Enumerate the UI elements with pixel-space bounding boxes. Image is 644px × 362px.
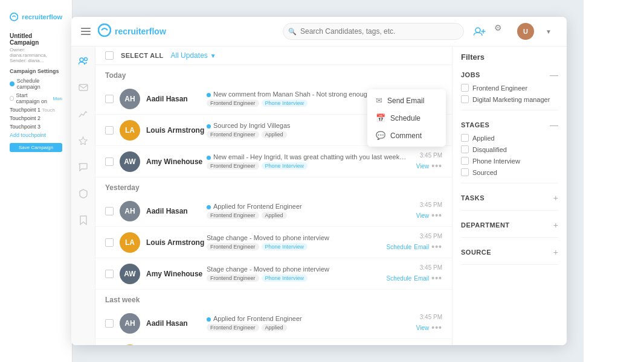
filter-checkbox[interactable] xyxy=(461,145,469,153)
sidebar-icon-people[interactable] xyxy=(75,52,92,69)
feed-item-more-button[interactable]: ••• xyxy=(431,211,442,220)
feed-item-time: 3:45 PM xyxy=(420,314,442,320)
feed-item-name[interactable]: Louis Armstrong xyxy=(146,126,207,135)
search-input[interactable] xyxy=(283,23,464,40)
filter-collapse-icon[interactable]: — xyxy=(550,70,558,80)
feed-item-more-button[interactable]: ••• xyxy=(431,323,442,332)
feed-item-time: 3:45 PM xyxy=(420,233,442,240)
feed-item-right: 3:45 PMScheduleEmail••• xyxy=(387,264,442,283)
feed-item-name[interactable]: Louis Armstrong xyxy=(146,238,207,247)
filter-divider xyxy=(461,264,558,265)
feed-item-avatar: LA xyxy=(120,120,140,141)
filter-item[interactable]: Applied xyxy=(461,132,558,144)
filter-expand-icon[interactable]: + xyxy=(553,247,558,257)
section-label-today: Today xyxy=(95,65,452,83)
settings-icon[interactable]: ⚙ xyxy=(494,23,511,40)
feed-item-checkbox[interactable] xyxy=(105,319,114,328)
sidebar-icon-analytics[interactable] xyxy=(75,106,92,122)
feed-tag: Frontend Engineer xyxy=(207,100,259,107)
context-menu: ✉Send Email📅Schedule💬Comment xyxy=(367,89,446,147)
filter-checkbox[interactable] xyxy=(461,134,469,142)
feed-item-more-button[interactable]: ••• xyxy=(431,273,442,283)
feed-item-avatar: LA xyxy=(120,232,140,253)
context-menu-item-schedule[interactable]: 📅Schedule xyxy=(367,109,446,127)
filter-item[interactable]: Frontend Engineer xyxy=(461,82,558,94)
feed-item-name[interactable]: Amy Winehouse xyxy=(146,270,207,278)
add-candidate-icon[interactable] xyxy=(471,23,488,40)
feed-item-checkbox[interactable] xyxy=(105,126,114,135)
feed-item-name[interactable]: Amy Winehouse xyxy=(146,157,207,166)
feed-item-right: 3:45 PMView••• xyxy=(416,314,442,332)
feed-action-view-button[interactable]: View xyxy=(416,325,430,331)
filters-container: JOBS—Frontend EngineerDigital Marketing … xyxy=(461,68,558,265)
feed-item: LALouis ArmstrongStage change - Moved to… xyxy=(95,227,452,258)
feed-item-checkbox[interactable] xyxy=(105,207,114,215)
feed-item-name[interactable]: Aadil Hasan xyxy=(146,319,207,328)
feed-tag: Frontend Engineer xyxy=(207,131,259,138)
feed-action-view-button[interactable]: View xyxy=(416,212,430,219)
card-header: recruiterflow 🔍 ⚙ U ▼ xyxy=(71,17,567,46)
filter-item[interactable]: Disqualified xyxy=(461,144,558,155)
filter-section-header-department[interactable]: DEPARTMENT+ xyxy=(461,218,558,232)
hamburger-icon[interactable] xyxy=(81,28,91,35)
filters-title: Filters xyxy=(461,52,558,62)
user-avatar[interactable]: U xyxy=(517,23,534,40)
send-email-icon: ✉ xyxy=(376,96,382,105)
select-all-label[interactable]: SELECT ALL xyxy=(121,52,163,59)
feed-item: AWAmy WinehouseStage change - Moved to p… xyxy=(95,258,452,290)
dropdown-chevron-icon[interactable]: ▼ xyxy=(540,23,557,40)
filter-label: Frontend Engineer xyxy=(472,84,527,92)
feed-tag: Phone Interview xyxy=(262,243,308,250)
sidebar-icon-email[interactable] xyxy=(75,79,92,96)
feed-item-checkbox[interactable] xyxy=(105,238,114,247)
bg-campaign-sub: Owner: diana.rammanca, Sender: diana... xyxy=(6,47,66,63)
feed-item-more-button[interactable]: ••• xyxy=(431,242,442,252)
feed-item-actions: View••• xyxy=(416,323,442,332)
feed-action-view-button[interactable]: View xyxy=(416,163,430,170)
sidebar-icon-star[interactable] xyxy=(75,132,92,149)
filter-section-header-source[interactable]: SOURCE+ xyxy=(461,245,558,259)
sidebar-icon-bookmark[interactable] xyxy=(75,212,92,229)
context-menu-item-comment[interactable]: 💬Comment xyxy=(367,127,446,144)
filter-label: Sourced xyxy=(472,169,497,176)
chevron-down-icon: ▼ xyxy=(210,52,216,59)
feed-info-col: Stage change - Moved to phone interviewF… xyxy=(207,265,382,282)
comment-icon: 💬 xyxy=(376,131,385,140)
filter-expand-icon[interactable]: + xyxy=(553,220,558,230)
filter-collapse-icon[interactable]: — xyxy=(550,120,558,130)
filter-checkbox[interactable] xyxy=(461,157,469,165)
filter-checkbox[interactable] xyxy=(461,168,469,176)
feed-item-right: 3:45 PMView••• xyxy=(416,152,442,171)
filter-section-stages: STAGES—AppliedDisqualifiedPhone Intervie… xyxy=(461,118,558,183)
filter-item[interactable]: Phone Interview xyxy=(461,155,558,167)
context-menu-item-send-email[interactable]: ✉Send Email xyxy=(367,92,446,109)
select-all-checkbox[interactable] xyxy=(105,51,114,60)
feed-item-name[interactable]: Aadil Hasan xyxy=(146,95,207,103)
feed-action-schedule-button[interactable]: Schedule xyxy=(387,244,412,250)
card-sidebar xyxy=(71,46,95,345)
sidebar-icon-chat[interactable] xyxy=(75,159,92,176)
sidebar-icon-shield[interactable] xyxy=(75,185,92,202)
feed-item-tags: Frontend EngineerPhone Interview xyxy=(207,243,382,250)
feed-action-email-button[interactable]: Email xyxy=(414,275,429,282)
feed-item-checkbox[interactable] xyxy=(105,157,114,166)
feed-item-checkbox[interactable] xyxy=(105,270,114,278)
all-updates-button[interactable]: All Updates ▼ xyxy=(170,51,216,60)
feed-item-checkbox[interactable] xyxy=(105,95,114,103)
filter-item[interactable]: Digital Marketing manager xyxy=(461,94,558,105)
filter-section-header-stages[interactable]: STAGES— xyxy=(461,118,558,132)
filter-checkbox[interactable] xyxy=(461,95,469,103)
filter-section-header-jobs[interactable]: JOBS— xyxy=(461,68,558,82)
svg-point-4 xyxy=(84,58,87,61)
filter-label: Phone Interview xyxy=(472,157,520,165)
feed-item-more-button[interactable]: ••• xyxy=(431,161,442,171)
feed-item-name[interactable]: Aadil Hasan xyxy=(146,207,207,215)
context-menu-item-label: Schedule xyxy=(390,114,420,122)
filter-checkbox[interactable] xyxy=(461,84,469,92)
feed-action-schedule-button[interactable]: Schedule xyxy=(387,275,412,282)
filter-section-source: SOURCE+ xyxy=(461,245,558,265)
filter-item[interactable]: Sourced xyxy=(461,167,558,178)
filter-section-header-tasks[interactable]: TASKS+ xyxy=(461,191,558,205)
feed-action-email-button[interactable]: Email xyxy=(414,244,429,250)
filter-expand-icon[interactable]: + xyxy=(553,193,558,203)
